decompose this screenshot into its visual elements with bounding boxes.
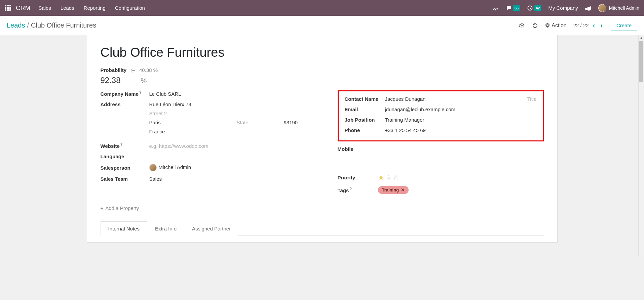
probability-gear-icon[interactable] (130, 67, 135, 73)
scrollbar[interactable]: ▲ (638, 35, 644, 256)
phone-value[interactable]: +33 1 25 54 45 69 (385, 127, 537, 133)
salesteam-label: Sales Team (101, 176, 149, 182)
action-button[interactable]: Action (545, 23, 566, 29)
svg-point-4 (132, 70, 134, 71)
pager-prev[interactable]: ‹ (592, 22, 597, 29)
salesperson-value[interactable]: Mitchell Admin (149, 164, 317, 171)
probability-value[interactable]: 92.38 (101, 76, 121, 85)
tab-assigned-partner[interactable]: Assigned Partner (184, 221, 238, 235)
website-label: Website? (101, 142, 149, 149)
form-sheet: Club Office Furnitures Probability 40.38… (87, 35, 558, 243)
pager-next[interactable]: › (599, 22, 604, 29)
user-menu[interactable]: Mitchell Admin (598, 4, 639, 12)
user-name: Mitchell Admin (609, 5, 639, 11)
gear-icon (545, 23, 550, 28)
activities-icon[interactable]: 42 (527, 5, 541, 11)
nav-leads[interactable]: Leads (61, 5, 74, 11)
priority-stars[interactable]: ★ ☆ ☆ (378, 173, 544, 181)
topbar-right: 66 42 My Company Mitchell Admin (492, 4, 639, 12)
job-position-value[interactable]: Training Manager (385, 117, 537, 123)
tags-label: Tags? (338, 187, 378, 193)
add-property-button[interactable]: + Add a Property (101, 205, 544, 211)
company-name-label: Company Name? (101, 90, 149, 97)
svg-point-0 (495, 9, 496, 10)
nav-configuration[interactable]: Configuration (115, 5, 145, 11)
email-label: Email (345, 106, 385, 112)
action-label: Action (552, 23, 566, 29)
tab-internal-notes[interactable]: Internal Notes (101, 221, 147, 235)
brand[interactable]: CRM (16, 4, 30, 12)
job-position-label: Job Position (345, 117, 385, 123)
salesperson-label: Salesperson (101, 165, 149, 171)
probability-hint: 40.38 % (139, 67, 158, 73)
scrollbar-thumb[interactable] (639, 41, 643, 82)
breadcrumb-leads[interactable]: Leads (7, 22, 25, 29)
tags-value[interactable]: Training ✕ (378, 186, 544, 194)
company-switcher[interactable]: My Company (548, 5, 578, 11)
title-placeholder[interactable]: Title (527, 96, 537, 102)
star-1-icon[interactable]: ★ (378, 173, 384, 181)
tabs: Internal Notes Extra Info Assigned Partn… (101, 221, 544, 235)
street1[interactable]: Rue Léon Dierx 73 (149, 101, 317, 107)
discard-icon[interactable] (532, 22, 538, 29)
nav-sales[interactable]: Sales (38, 5, 51, 11)
page-title[interactable]: Club Office Furnitures (101, 45, 544, 60)
city[interactable]: Paris (149, 120, 183, 125)
main: Club Office Furnitures Probability 40.38… (0, 35, 644, 256)
debug-icon[interactable] (585, 5, 592, 11)
scroll-up-icon[interactable]: ▲ (640, 36, 643, 40)
mobile-label: Mobile (338, 146, 378, 152)
website-value[interactable]: e.g. https://www.odoo.com (149, 143, 317, 149)
right-column: Contact Name Jacques Dunagan Title Email… (338, 90, 544, 199)
pager: 22 / 22 ‹ › (573, 22, 604, 29)
zip[interactable]: 93190 (284, 120, 317, 125)
email-value[interactable]: jdunagan@leclub.example.com (385, 106, 537, 112)
street2[interactable]: Street 2... (149, 111, 317, 116)
probability-label: Probability (101, 67, 127, 73)
contact-name-value[interactable]: Jacques Dunagan (385, 96, 514, 102)
breadcrumb-sep: / (27, 22, 29, 29)
company-name-value[interactable]: Le Club SARL (149, 91, 317, 97)
star-3-icon[interactable]: ☆ (393, 173, 399, 181)
priority-label: Priority (338, 175, 378, 180)
percent-sign: % (141, 77, 147, 85)
highlight-box: Contact Name Jacques Dunagan Title Email… (338, 90, 544, 141)
tag-training: Training ✕ (378, 186, 409, 194)
contact-name-label: Contact Name (345, 96, 385, 102)
breadcrumb-current: Club Office Furnitures (31, 22, 96, 29)
left-column: Company Name? Le Club SARL Address Rue L… (101, 90, 317, 199)
cloud-save-icon[interactable] (519, 22, 525, 29)
topbar: CRM Sales Leads Reporting Configuration … (0, 0, 644, 16)
phone-label: Phone (345, 127, 385, 133)
nav-menu: Sales Leads Reporting Configuration (38, 5, 145, 11)
tag-remove-icon[interactable]: ✕ (401, 187, 405, 192)
nav-reporting[interactable]: Reporting (84, 5, 106, 11)
plus-icon: + (101, 205, 104, 211)
country[interactable]: France (149, 129, 317, 134)
address-label: Address (101, 101, 149, 107)
create-button[interactable]: Create (611, 20, 637, 31)
salesperson-avatar-icon (149, 164, 157, 171)
breadcrumb: Leads / Club Office Furnitures (7, 22, 96, 29)
messages-badge: 66 (513, 5, 520, 11)
language-label: Language (101, 154, 149, 159)
star-2-icon[interactable]: ☆ (385, 173, 391, 181)
apps-icon[interactable] (5, 5, 11, 11)
avatar-icon (598, 4, 606, 12)
pager-value[interactable]: 22 / 22 (573, 23, 589, 28)
state[interactable]: State (237, 120, 270, 125)
messages-icon[interactable]: 66 (506, 5, 520, 11)
dial-icon[interactable] (492, 5, 499, 11)
tab-extra-info[interactable]: Extra Info (147, 221, 184, 235)
salesteam-value[interactable]: Sales (149, 176, 317, 182)
control-bar: Leads / Club Office Furnitures Action 22… (0, 16, 644, 35)
activities-badge: 42 (534, 5, 541, 11)
